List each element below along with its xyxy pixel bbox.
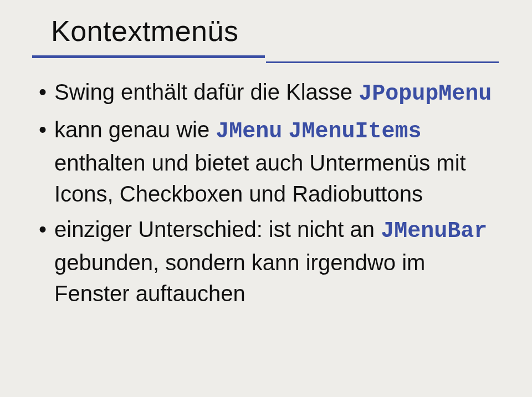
plain-text: gebunden, sondern kann irgendwo im Fenst… (54, 250, 425, 306)
bullet-item: •kann genau wie JMenu JMenuItems enthalt… (39, 114, 502, 209)
bullet-item: •Swing enthält dafür die Klasse JPopupMe… (39, 76, 502, 110)
plain-text: enthalten und bietet auch Untermenüs mit… (54, 151, 466, 206)
plain-text (282, 117, 288, 142)
bullet-list: •Swing enthält dafür die Klasse JPopupMe… (39, 76, 502, 313)
bullet-text: Swing enthält dafür die Klasse JPopupMen… (54, 76, 492, 110)
code-text: JMenuBar (381, 219, 487, 244)
plain-text: kann genau wie (54, 117, 216, 142)
slide: Kontextmenüs •Swing enthält dafür die Kl… (0, 0, 532, 397)
code-text: JPopupMenu (359, 81, 492, 106)
plain-text: einziger Unterschied: ist nicht an (54, 217, 381, 241)
code-text: JMenuItems (288, 119, 421, 144)
title-underline-thick (32, 55, 265, 58)
plain-text: Swing enthält dafür die Klasse (54, 80, 359, 104)
title-underline-thin (266, 61, 499, 63)
bullet-item: •einziger Unterschied: ist nicht an JMen… (39, 214, 502, 309)
code-text: JMenu (216, 119, 282, 144)
bullet-icon: • (39, 114, 54, 145)
bullet-text: einziger Unterschied: ist nicht an JMenu… (54, 214, 502, 309)
bullet-icon: • (39, 214, 54, 245)
bullet-icon: • (39, 76, 54, 107)
bullet-text: kann genau wie JMenu JMenuItems enthalte… (54, 114, 502, 209)
slide-title: Kontextmenüs (51, 14, 238, 48)
